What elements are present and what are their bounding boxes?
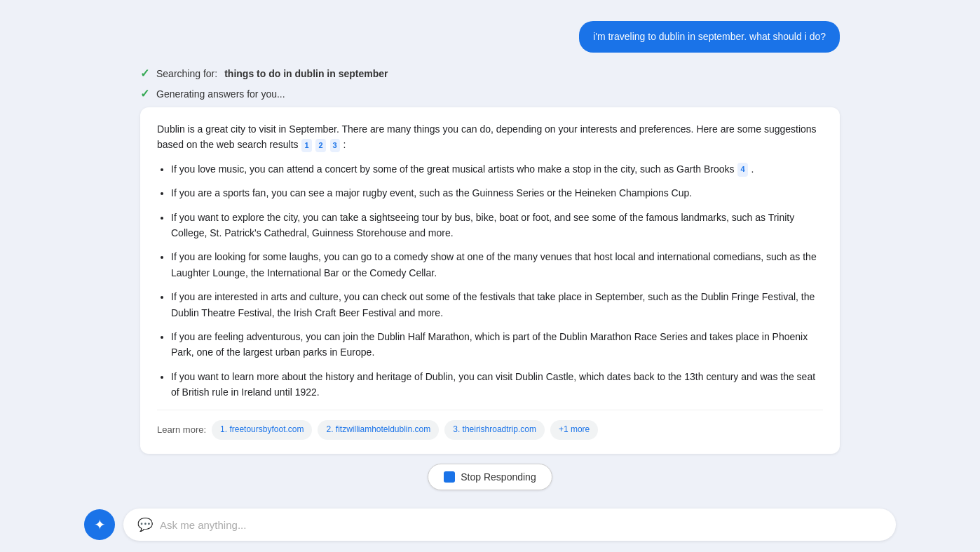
list-item: If you want to explore the city, you can… bbox=[171, 210, 823, 241]
intro-colon: : bbox=[343, 139, 346, 150]
learn-more-row: Learn more: 1. freetoursbyfoot.com 2. fi… bbox=[157, 410, 823, 439]
user-message-row: i'm traveling to dublin in september. wh… bbox=[140, 21, 840, 53]
stop-icon bbox=[444, 471, 455, 483]
main-content: i'm traveling to dublin in september. wh… bbox=[0, 0, 980, 457]
citation-4[interactable]: 4 bbox=[737, 163, 747, 177]
list-item: If you are interested in arts and cultur… bbox=[171, 289, 823, 321]
intro-text: Dublin is a great city to visit in Septe… bbox=[157, 123, 817, 150]
stop-btn-row: Stop Responding bbox=[0, 464, 980, 490]
avatar-button[interactable]: ✦ bbox=[84, 509, 115, 540]
citation-1[interactable]: 1 bbox=[301, 139, 311, 153]
searching-query: things to do in dublin in september bbox=[224, 68, 388, 79]
answer-list: If you love music, you can attend a conc… bbox=[157, 161, 823, 400]
input-box: 💬 bbox=[123, 509, 896, 541]
generating-status-row: ✓ Generating answers for you... bbox=[140, 87, 840, 100]
searching-status-row: ✓ Searching for: things to do in dublin … bbox=[140, 67, 840, 80]
source-link-3[interactable]: 3. theirishroadtrip.com bbox=[444, 420, 545, 439]
check-icon-2: ✓ bbox=[140, 87, 149, 100]
message-icon: 💬 bbox=[137, 517, 153, 532]
list-item: If you are feeling adventurous, you can … bbox=[171, 329, 823, 361]
list-item: If you are a sports fan, you can see a m… bbox=[171, 185, 823, 201]
avatar-icon: ✦ bbox=[94, 516, 106, 533]
list-item: If you are looking for some laughs, you … bbox=[171, 249, 823, 281]
bottom-bar: ✦ 💬 bbox=[0, 501, 980, 552]
stop-responding-button[interactable]: Stop Responding bbox=[428, 464, 552, 490]
list-item: If you want to learn more about the hist… bbox=[171, 369, 823, 400]
list-item: If you love music, you can attend a conc… bbox=[171, 161, 823, 177]
source-link-1[interactable]: 1. freetoursbyfoot.com bbox=[212, 420, 312, 439]
answer-intro: Dublin is a great city to visit in Septe… bbox=[157, 121, 823, 153]
citation-2[interactable]: 2 bbox=[315, 139, 325, 153]
stop-btn-label: Stop Responding bbox=[461, 471, 536, 483]
source-link-2[interactable]: 2. fitzwilliamhoteldublin.com bbox=[318, 420, 439, 439]
citation-3[interactable]: 3 bbox=[330, 139, 340, 153]
searching-label: Searching for: bbox=[156, 68, 217, 79]
source-link-more[interactable]: +1 more bbox=[550, 420, 598, 439]
generating-label: Generating answers for you... bbox=[156, 88, 285, 100]
chat-input[interactable] bbox=[160, 519, 882, 531]
user-bubble: i'm traveling to dublin in september. wh… bbox=[579, 21, 840, 53]
learn-more-label: Learn more: bbox=[157, 423, 206, 438]
check-icon-1: ✓ bbox=[140, 67, 149, 80]
answer-box: Dublin is a great city to visit in Septe… bbox=[140, 107, 840, 454]
